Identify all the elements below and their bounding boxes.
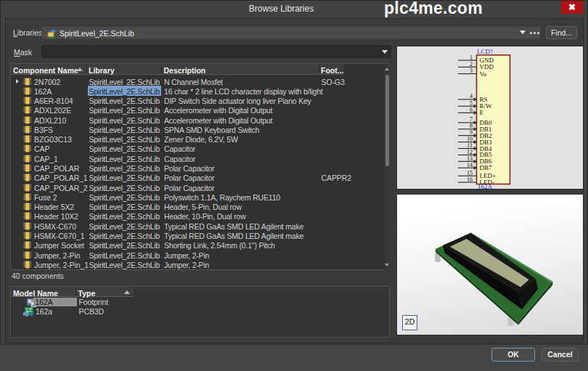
svg-text:9: 9 [470, 129, 473, 136]
svg-text:7: 7 [470, 116, 473, 123]
svg-text:15: 15 [467, 170, 473, 176]
svg-text:1: 1 [470, 54, 473, 61]
svg-text:4: 4 [470, 93, 473, 99]
svg-text:16: 16 [467, 176, 473, 183]
svg-text:12: 12 [467, 149, 473, 155]
svg-text:LED-: LED- [480, 179, 495, 186]
svg-text:LCD?: LCD? [477, 48, 493, 55]
svg-text:Vo: Vo [480, 70, 487, 78]
svg-text:10: 10 [467, 136, 473, 142]
svg-text:13: 13 [467, 155, 473, 162]
svg-text:11: 11 [467, 142, 473, 149]
svg-text:5: 5 [470, 100, 473, 107]
svg-text:2: 2 [470, 61, 473, 68]
svg-text:3: 3 [470, 68, 473, 74]
svg-text:14: 14 [467, 162, 473, 168]
svg-text:8: 8 [470, 123, 473, 129]
svg-text:6: 6 [470, 107, 473, 113]
svg-text:DB7: DB7 [480, 164, 493, 171]
svg-text:E: E [480, 109, 484, 116]
